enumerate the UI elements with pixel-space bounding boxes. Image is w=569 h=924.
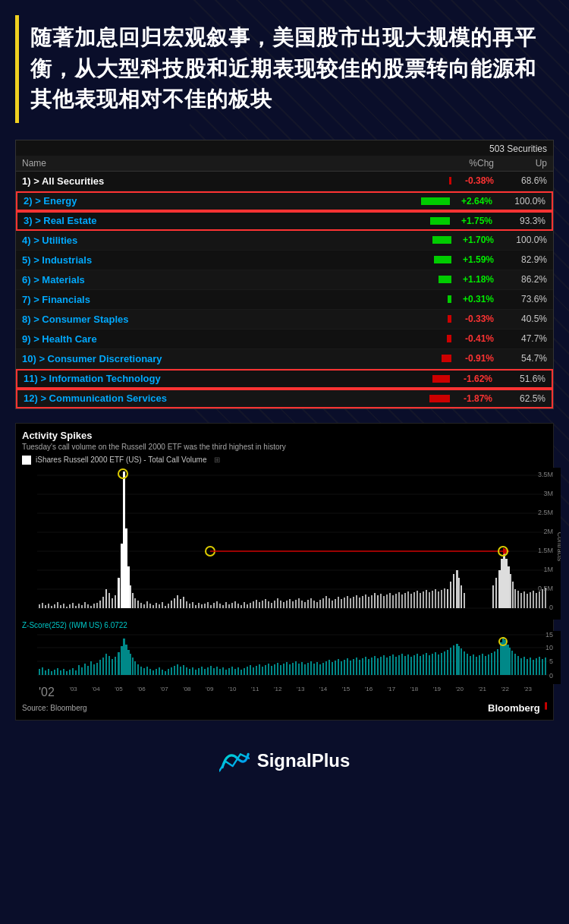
- svg-rect-224: [125, 645, 127, 675]
- svg-rect-76: [210, 605, 212, 608]
- row-up-pct: 82.9%: [494, 254, 547, 265]
- svg-rect-253: [210, 666, 212, 675]
- svg-rect-141: [498, 570, 501, 608]
- svg-rect-231: [143, 668, 145, 675]
- row-pct-change: +1.18%: [454, 274, 494, 285]
- svg-rect-254: [213, 668, 215, 675]
- svg-rect-349: [500, 642, 502, 675]
- svg-rect-217: [105, 654, 107, 675]
- svg-rect-179: [542, 589, 543, 608]
- svg-rect-355: [514, 654, 516, 675]
- svg-rect-57: [152, 605, 154, 608]
- svg-rect-49: [130, 585, 131, 608]
- svg-rect-315: [398, 655, 400, 675]
- svg-rect-177: [536, 593, 537, 608]
- svg-rect-144: [505, 559, 508, 608]
- svg-rect-286: [310, 661, 312, 675]
- svg-rect-117: [335, 599, 336, 608]
- svg-rect-83: [231, 603, 233, 608]
- svg-rect-40: [105, 589, 107, 608]
- col-pct: %Chg: [433, 158, 494, 169]
- row-name: 9) > Health Care: [22, 333, 97, 345]
- svg-rect-122: [350, 598, 351, 608]
- svg-rect-55: [146, 601, 148, 608]
- svg-rect-325: [429, 655, 430, 675]
- svg-rect-295: [338, 659, 339, 675]
- svg-rect-282: [298, 664, 300, 675]
- main-chart-svg: 3.5M 3M 2.5M 2M 1.5M 1M 0.5M 0 Contracts: [22, 468, 561, 620]
- x-label: '06: [137, 686, 145, 699]
- chart-expand-icon[interactable]: ⊞: [214, 456, 220, 464]
- svg-rect-24: [57, 602, 58, 608]
- svg-rect-288: [316, 662, 318, 675]
- svg-rect-113: [322, 598, 324, 608]
- svg-rect-32: [81, 605, 83, 608]
- svg-rect-87: [244, 602, 245, 608]
- table-row: 2) > Energy+2.64%100.0%: [16, 191, 553, 211]
- svg-rect-207: [75, 670, 77, 675]
- svg-rect-178: [539, 591, 540, 608]
- svg-rect-283: [301, 662, 303, 675]
- svg-rect-168: [438, 591, 439, 608]
- svg-rect-30: [75, 606, 77, 608]
- x-label: '03: [69, 686, 77, 699]
- svg-rect-26: [63, 604, 64, 608]
- svg-rect-342: [479, 655, 480, 675]
- svg-rect-322: [420, 656, 421, 675]
- svg-rect-211: [87, 666, 89, 675]
- svg-rect-329: [441, 653, 442, 675]
- x-label: '10: [228, 686, 236, 699]
- row-pct-change: +1.70%: [454, 235, 494, 245]
- svg-rect-317: [404, 656, 406, 675]
- svg-rect-35: [90, 606, 92, 608]
- svg-rect-304: [365, 657, 366, 675]
- svg-rect-67: [183, 597, 184, 608]
- x-label: '08: [183, 686, 190, 699]
- svg-rect-146: [510, 574, 511, 608]
- svg-rect-330: [444, 651, 445, 675]
- svg-rect-227: [132, 658, 134, 675]
- row-pct-change: +0.31%: [454, 294, 494, 304]
- svg-rect-263: [240, 670, 242, 675]
- svg-rect-235: [156, 669, 157, 675]
- svg-rect-82: [228, 604, 230, 608]
- svg-rect-357: [520, 658, 522, 675]
- row-up-pct: 86.2%: [494, 274, 547, 285]
- svg-rect-94: [265, 599, 266, 608]
- svg-rect-363: [539, 657, 540, 675]
- table-rows-container: 1) > All Securities-0.38%68.6%2) > Energ…: [16, 172, 553, 408]
- svg-text:1.5M: 1.5M: [538, 547, 553, 554]
- svg-rect-77: [213, 603, 215, 608]
- svg-rect-63: [171, 601, 172, 608]
- row-pct-change: -0.33%: [454, 314, 494, 324]
- svg-rect-323: [423, 654, 424, 675]
- row-bar-cell: +2.64%: [432, 196, 492, 207]
- svg-rect-85: [237, 604, 239, 608]
- svg-rect-240: [171, 667, 172, 675]
- row-up-pct: 93.3%: [492, 216, 545, 226]
- row-pct-change: -1.62%: [453, 374, 492, 384]
- svg-rect-58: [156, 603, 157, 608]
- svg-rect-261: [234, 669, 236, 675]
- svg-rect-277: [283, 664, 284, 675]
- svg-rect-92: [259, 602, 260, 608]
- svg-rect-59: [159, 604, 160, 608]
- legend-label-1: iShares Russell 2000 ETF (US) - Total Ca…: [36, 456, 206, 464]
- table-row: 8) > Consumer Staples-0.33%40.5%: [16, 310, 553, 330]
- svg-rect-247: [192, 667, 193, 675]
- chart-legend-1: iShares Russell 2000 ETF (US) - Total Ca…: [22, 456, 547, 465]
- svg-rect-130: [374, 593, 376, 608]
- svg-rect-225: [127, 650, 130, 675]
- svg-rect-107: [304, 602, 306, 608]
- row-up-pct: 68.6%: [494, 175, 547, 186]
- svg-rect-331: [447, 650, 448, 675]
- x-label: '12: [274, 686, 281, 699]
- row-pct-change: -0.41%: [454, 333, 494, 344]
- svg-rect-311: [386, 658, 388, 675]
- svg-rect-124: [356, 595, 357, 608]
- svg-rect-108: [307, 600, 309, 608]
- table-row: 1) > All Securities-0.38%68.6%: [16, 172, 553, 191]
- svg-rect-43: [115, 595, 116, 608]
- svg-text:0: 0: [549, 604, 553, 611]
- svg-rect-257: [222, 667, 224, 675]
